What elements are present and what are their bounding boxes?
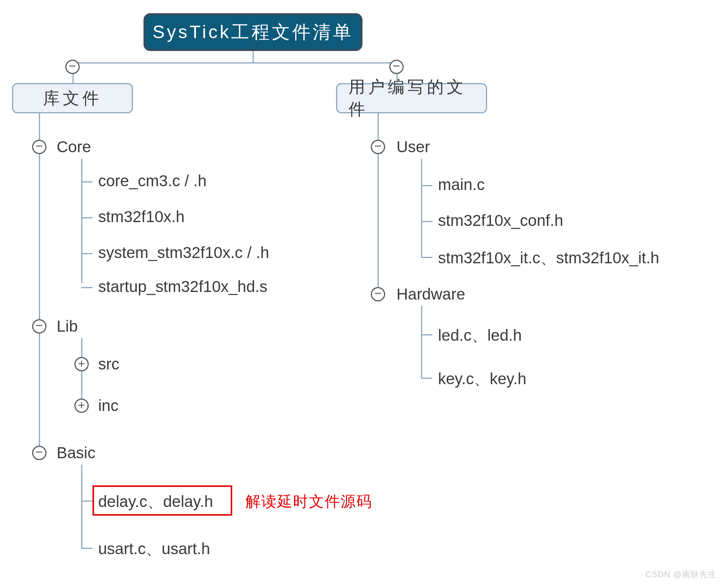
highlight-delay-files — [93, 485, 232, 516]
collapse-icon[interactable] — [32, 140, 46, 154]
collapse-icon[interactable] — [65, 60, 80, 74]
connector — [81, 465, 82, 548]
file-item: main.c — [438, 176, 485, 194]
connector — [421, 221, 432, 222]
file-item: led.c、led.h — [438, 325, 522, 346]
file-item: stm32f10x_it.c、stm32f10x_it.h — [438, 247, 659, 269]
connector — [81, 253, 93, 254]
connector — [81, 181, 93, 182]
connector — [81, 217, 93, 218]
node-hardware[interactable]: Hardware — [396, 285, 465, 303]
connector — [72, 62, 397, 63]
connector — [81, 500, 93, 502]
node-user[interactable]: User — [396, 138, 430, 156]
file-item: core_cm3.c / .h — [98, 172, 207, 190]
node-lib[interactable]: Lib — [57, 317, 78, 335]
file-item: stm32f10x.h — [98, 208, 185, 226]
connector — [39, 113, 40, 453]
connector — [421, 334, 432, 335]
collapse-icon[interactable] — [32, 319, 46, 334]
node-core[interactable]: Core — [57, 138, 91, 156]
connector — [421, 306, 422, 378]
collapse-icon[interactable] — [389, 60, 404, 74]
connector — [421, 185, 432, 186]
expand-icon[interactable] — [74, 357, 89, 371]
file-item: stm32f10x_conf.h — [438, 212, 563, 230]
collapse-icon[interactable] — [371, 140, 385, 154]
watermark: CSDN @南耿先生 — [645, 569, 717, 580]
connector — [81, 287, 93, 288]
node-basic[interactable]: Basic — [57, 444, 96, 462]
collapse-icon[interactable] — [371, 287, 385, 301]
expand-icon[interactable] — [74, 399, 89, 413]
connector — [421, 378, 432, 379]
file-item: usart.c、usart.h — [98, 538, 210, 559]
connector — [81, 159, 82, 283]
annotation-text: 解读延时文件源码 — [245, 491, 372, 512]
folder-item[interactable]: inc — [98, 397, 119, 415]
connector — [421, 159, 422, 257]
branch-library-files[interactable]: 库文件 — [12, 83, 133, 113]
collapse-icon[interactable] — [32, 446, 46, 460]
branch-user-files[interactable]: 用户编写的文件 — [336, 83, 487, 113]
file-item: startup_stm32f10x_hd.s — [98, 278, 267, 296]
connector — [421, 257, 432, 258]
connector — [253, 51, 254, 62]
file-item: system_stm32f10x.c / .h — [98, 244, 269, 262]
root-node: SysTick工程文件清单 — [143, 13, 362, 51]
folder-item[interactable]: src — [98, 355, 119, 373]
file-item: key.c、key.h — [438, 368, 526, 389]
connector — [81, 548, 93, 549]
